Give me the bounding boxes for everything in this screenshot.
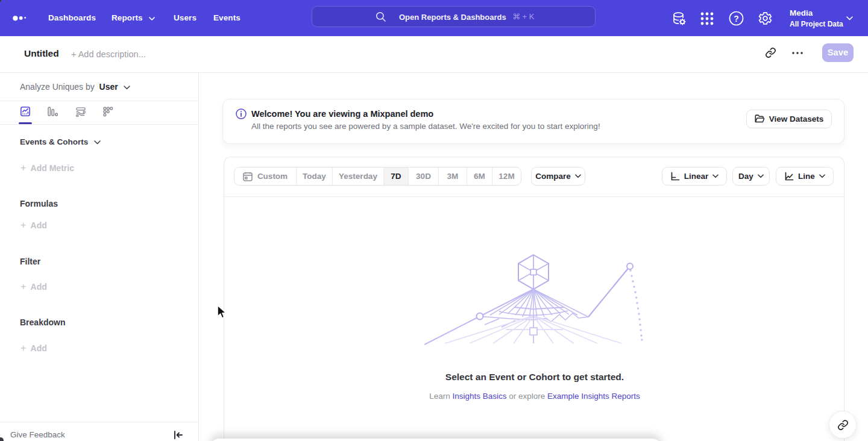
svg-text:?: ? [734,14,739,23]
